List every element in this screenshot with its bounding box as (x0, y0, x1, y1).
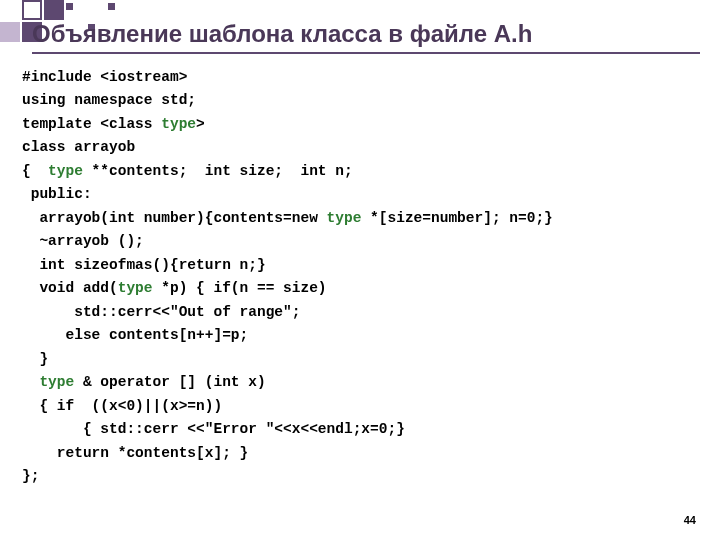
type-keyword: type (39, 374, 74, 390)
code-line: using namespace std; (22, 89, 700, 112)
code-line: std::cerr<<"Out of range"; (22, 301, 700, 324)
deco-square (108, 3, 115, 10)
type-keyword: type (161, 116, 196, 132)
code-line: class arrayob (22, 136, 700, 159)
code-line: return *contents[x]; } (22, 442, 700, 465)
page-number: 44 (684, 514, 696, 526)
code-line: type & operator [] (int x) (22, 371, 700, 394)
deco-square (22, 0, 42, 20)
deco-square (0, 22, 20, 42)
code-line: ~arrayob (); (22, 230, 700, 253)
code-block: #include <iostream> using namespace std;… (22, 66, 700, 489)
code-line: #include <iostream> (22, 66, 700, 89)
code-line: void add(type *p) { if(n == size) (22, 277, 700, 300)
type-keyword: type (327, 210, 362, 226)
code-line: int sizeofmas(){return n;} (22, 254, 700, 277)
code-line: { type **contents; int size; int n; (22, 160, 700, 183)
type-keyword: type (48, 163, 83, 179)
code-line: else contents[n++]=p; (22, 324, 700, 347)
code-line: arrayob(int number){contents=new type *[… (22, 207, 700, 230)
code-line: { if ((x<0)||(x>=n)) (22, 395, 700, 418)
deco-square (66, 3, 73, 10)
code-line: }; (22, 465, 700, 488)
code-line: template <class type> (22, 113, 700, 136)
deco-square (44, 0, 64, 20)
code-line: } (22, 348, 700, 371)
code-line: { std::cerr <<"Error "<<x<<endl;x=0;} (22, 418, 700, 441)
type-keyword: type (118, 280, 153, 296)
slide-title: Объявление шаблона класса в файле A.h (32, 20, 700, 54)
code-line: public: (22, 183, 700, 206)
